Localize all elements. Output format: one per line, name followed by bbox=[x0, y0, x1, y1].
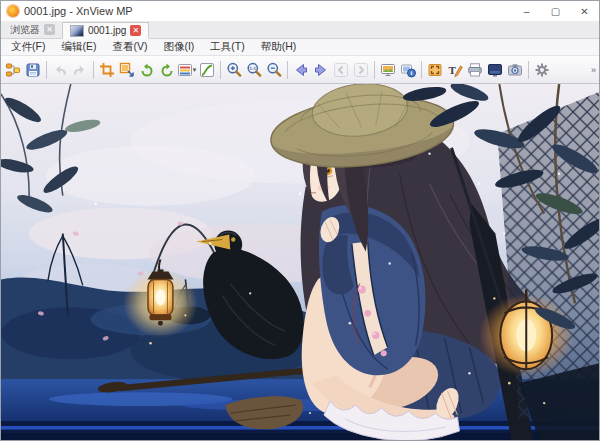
menu-tools[interactable]: 工具(T) bbox=[202, 39, 252, 55]
compare-icon bbox=[487, 62, 503, 78]
tab-image[interactable]: 0001.jpg✕ bbox=[62, 22, 149, 39]
toolbar: ▼1:1iT» bbox=[1, 56, 599, 84]
curves-icon bbox=[199, 62, 215, 78]
zoom-in-icon bbox=[226, 62, 242, 78]
menu-image[interactable]: 图像(I) bbox=[155, 39, 202, 55]
first-icon bbox=[333, 62, 349, 78]
print-icon bbox=[467, 62, 483, 78]
slideshow-button[interactable] bbox=[378, 58, 398, 82]
toolbar-separator bbox=[220, 61, 221, 79]
redo-button bbox=[70, 58, 90, 82]
svg-text:1:1: 1:1 bbox=[250, 66, 257, 71]
compare-button[interactable] bbox=[485, 58, 505, 82]
last-icon bbox=[353, 62, 369, 78]
tab-label: 0001.jpg bbox=[88, 25, 126, 36]
zoom-out-icon bbox=[266, 62, 282, 78]
draw-button[interactable]: T bbox=[445, 58, 465, 82]
fullscreen-button[interactable] bbox=[425, 58, 445, 82]
next-button[interactable] bbox=[311, 58, 331, 82]
xnview-window: 0001.jpg - XnView MP –▢✕ 浏览器✕0001.jpg✕ 文… bbox=[0, 0, 600, 441]
rotate-left-button[interactable] bbox=[137, 58, 157, 82]
svg-text:i: i bbox=[411, 69, 413, 76]
toolbar-separator bbox=[93, 61, 94, 79]
toolbar-separator bbox=[46, 61, 47, 79]
browse-button[interactable] bbox=[3, 58, 23, 82]
tab-label: 浏览器 bbox=[10, 23, 40, 37]
settings-icon bbox=[534, 62, 550, 78]
prev-button[interactable] bbox=[291, 58, 311, 82]
crop-button[interactable] bbox=[97, 58, 117, 82]
rotate-right-button[interactable] bbox=[157, 58, 177, 82]
titlebar: 0001.jpg - XnView MP –▢✕ bbox=[1, 1, 599, 21]
menu-file[interactable]: 文件(F) bbox=[3, 39, 53, 55]
adjust-icon bbox=[177, 62, 193, 78]
resize-button[interactable] bbox=[117, 58, 137, 82]
menu-help[interactable]: 帮助(H) bbox=[253, 39, 305, 55]
tab-close-icon[interactable]: ✕ bbox=[130, 25, 141, 36]
print-button[interactable] bbox=[465, 58, 485, 82]
next-icon bbox=[313, 62, 329, 78]
window-title: 0001.jpg - XnView MP bbox=[24, 5, 133, 17]
undo-button bbox=[50, 58, 70, 82]
save-button[interactable] bbox=[23, 58, 43, 82]
menu-edit[interactable]: 编辑(E) bbox=[53, 39, 104, 55]
zoom-100-button[interactable]: 1:1 bbox=[244, 58, 264, 82]
minimize-button[interactable]: – bbox=[512, 1, 541, 21]
browse-icon bbox=[5, 62, 21, 78]
curves-button[interactable] bbox=[197, 58, 217, 82]
capture-icon bbox=[507, 62, 523, 78]
rotate-right-icon bbox=[159, 62, 175, 78]
tab-browser[interactable]: 浏览器✕ bbox=[3, 21, 62, 38]
image-canvas bbox=[1, 84, 599, 440]
first-button bbox=[331, 58, 351, 82]
prev-icon bbox=[293, 62, 309, 78]
slideshow-icon bbox=[380, 62, 396, 78]
toolbar-separator bbox=[374, 61, 375, 79]
crop-icon bbox=[99, 62, 115, 78]
menu-view[interactable]: 查看(V) bbox=[104, 39, 155, 55]
draw-icon: T bbox=[447, 62, 463, 78]
toolbar-separator bbox=[421, 61, 422, 79]
toolbar-overflow-icon[interactable]: » bbox=[591, 65, 597, 75]
rotate-left-icon bbox=[139, 62, 155, 78]
tab-close-icon[interactable]: ✕ bbox=[44, 24, 55, 35]
info-icon: i bbox=[400, 62, 416, 78]
redo-icon bbox=[72, 62, 88, 78]
capture-button[interactable] bbox=[505, 58, 525, 82]
toolbar-separator bbox=[287, 61, 288, 79]
window-controls: –▢✕ bbox=[512, 1, 599, 21]
settings-button[interactable] bbox=[532, 58, 552, 82]
image-viewer[interactable] bbox=[1, 84, 599, 440]
info-button[interactable]: i bbox=[398, 58, 418, 82]
menubar: 文件(F)编辑(E)查看(V)图像(I)工具(T)帮助(H) bbox=[1, 39, 599, 56]
close-button[interactable]: ✕ bbox=[570, 1, 599, 21]
tabbar: 浏览器✕0001.jpg✕ bbox=[1, 21, 599, 39]
last-button bbox=[351, 58, 371, 82]
undo-icon bbox=[52, 62, 68, 78]
tab-thumbnail-icon bbox=[70, 25, 84, 37]
maximize-button[interactable]: ▢ bbox=[541, 1, 570, 21]
zoom-in-button[interactable] bbox=[224, 58, 244, 82]
adjust-button[interactable]: ▼ bbox=[177, 58, 197, 82]
zoom-out-button[interactable] bbox=[264, 58, 284, 82]
toolbar-separator bbox=[528, 61, 529, 79]
save-icon bbox=[25, 62, 41, 78]
fullscreen-icon bbox=[427, 62, 443, 78]
zoom-100-icon: 1:1 bbox=[246, 62, 262, 78]
app-logo-icon bbox=[7, 5, 19, 17]
resize-icon bbox=[119, 62, 135, 78]
